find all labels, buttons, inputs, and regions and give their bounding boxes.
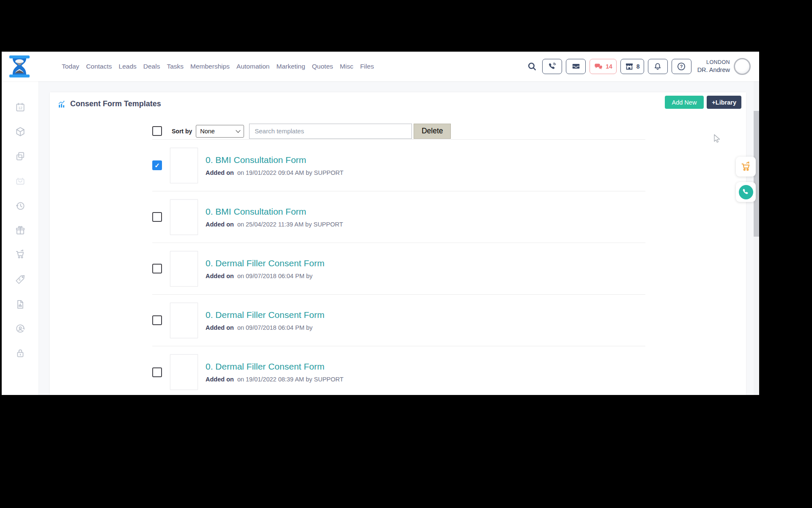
- nav-item-tasks[interactable]: Tasks: [167, 63, 184, 70]
- svg-text:12: 12: [18, 106, 22, 110]
- sort-by-label: Sort by: [172, 128, 192, 135]
- added-on-label: Added on: [206, 169, 234, 176]
- select-all-checkbox[interactable]: [152, 126, 162, 136]
- report-icon[interactable]: [15, 299, 26, 310]
- content-area: Consent Form Templates Add New +Library …: [39, 81, 759, 395]
- page-title-text: Consent Form Templates: [70, 99, 161, 108]
- search-icon[interactable]: [527, 61, 537, 72]
- shop-button[interactable]: 8: [620, 59, 644, 74]
- phone-icon: [548, 62, 557, 71]
- user-meta: LONDON DR. Andrew: [697, 59, 730, 74]
- order-count-badge: 8: [636, 63, 640, 70]
- history-icon[interactable]: [15, 200, 26, 211]
- chevron-down-icon: [236, 128, 241, 133]
- nav-item-deals[interactable]: Deals: [143, 63, 160, 70]
- app-window: TodayContactsLeadsDealsTasksMembershipsA…: [2, 52, 759, 395]
- added-meta-text: on 19/01/2022 08:39 AM by SUPPORT: [237, 376, 343, 383]
- row-checkbox[interactable]: ✓: [152, 160, 162, 170]
- templates-card: Consent Form Templates Add New +Library …: [50, 92, 746, 395]
- gift-icon[interactable]: [15, 225, 26, 236]
- template-title-link[interactable]: 0. BMI Consultation Form: [206, 155, 343, 165]
- package-icon[interactable]: [15, 126, 26, 137]
- scrollbar-track: [754, 81, 759, 395]
- inbox-icon: [571, 62, 581, 71]
- nav-item-marketing[interactable]: Marketing: [277, 63, 305, 70]
- basket-icon[interactable]: [15, 175, 26, 186]
- added-on-label: Added on: [206, 324, 234, 331]
- template-title-link[interactable]: 0. Dermal Filler Consent Form: [206, 258, 324, 268]
- top-header: TodayContactsLeadsDealsTasksMembershipsA…: [2, 52, 759, 81]
- row-checkbox[interactable]: [152, 367, 162, 377]
- main-nav: TodayContactsLeadsDealsTasksMembershipsA…: [62, 52, 374, 81]
- template-thumbnail[interactable]: [170, 148, 198, 183]
- added-on-label: Added on: [206, 221, 234, 228]
- question-icon: ?: [677, 62, 686, 71]
- cart-floating-button[interactable]: [736, 157, 756, 177]
- nav-item-leads[interactable]: Leads: [119, 63, 137, 70]
- sort-select-value: None: [200, 128, 215, 135]
- template-row: ✓0. BMI Consultation FormAdded on on 19/…: [152, 140, 645, 191]
- added-on-label: Added on: [206, 273, 234, 279]
- delete-button[interactable]: Delete: [414, 124, 451, 139]
- chat-bubbles-icon: [594, 62, 603, 71]
- template-title-link[interactable]: 0. Dermal Filler Consent Form: [206, 362, 343, 372]
- page-actions: Add New +Library: [665, 96, 741, 109]
- copy-icon[interactable]: [15, 151, 26, 162]
- calendar-icon[interactable]: 12: [15, 102, 26, 113]
- storefront-icon: [625, 62, 634, 71]
- call-floating-button[interactable]: [736, 182, 756, 202]
- template-added-meta: Added on on 09/07/2018 06:04 PM by: [206, 324, 324, 331]
- chart-icon: [58, 100, 66, 108]
- account-sync-icon[interactable]: [15, 323, 26, 334]
- template-title-link[interactable]: 0. BMI Consultation Form: [206, 207, 343, 217]
- added-meta-text: on 09/07/2018 06:04 PM by: [237, 324, 313, 331]
- messages-button[interactable]: 14: [590, 59, 617, 74]
- added-meta-text: on 19/01/2022 09:04 AM by SUPPORT: [237, 169, 343, 176]
- phone-circle-icon: [739, 185, 753, 199]
- nav-item-automation[interactable]: Automation: [236, 63, 269, 70]
- template-thumbnail[interactable]: [170, 354, 198, 390]
- nav-item-today[interactable]: Today: [62, 63, 79, 70]
- template-thumbnail[interactable]: [170, 303, 198, 338]
- plus-icon: +: [712, 99, 715, 106]
- cart-icon: [740, 161, 752, 172]
- notifications-button[interactable]: [648, 59, 668, 74]
- library-button[interactable]: +Library: [707, 96, 741, 109]
- template-list: Sort by None Delete ✓0. BMI Consultation…: [152, 123, 645, 395]
- message-count-badge: 14: [606, 63, 612, 70]
- user-location: LONDON: [697, 59, 730, 66]
- row-checkbox[interactable]: [152, 212, 162, 222]
- help-button[interactable]: ?: [672, 59, 691, 74]
- added-meta-text: on 25/04/2022 11:39 AM by SUPPORT: [237, 221, 343, 228]
- nav-item-files[interactable]: Files: [360, 63, 374, 70]
- sort-select[interactable]: None: [196, 125, 244, 138]
- add-new-button[interactable]: Add New: [665, 96, 704, 109]
- added-on-label: Added on: [206, 376, 234, 383]
- lock-icon[interactable]: [15, 348, 26, 359]
- price-tag-icon[interactable]: $: [15, 274, 26, 285]
- template-thumbnail[interactable]: [170, 251, 198, 287]
- page-title: Consent Form Templates: [58, 99, 161, 108]
- nav-item-misc[interactable]: Misc: [340, 63, 354, 70]
- template-row: 0. Dermal Filler Consent FormAdded on on…: [152, 243, 645, 295]
- phone-button[interactable]: [542, 59, 562, 74]
- nav-item-quotes[interactable]: Quotes: [312, 63, 333, 70]
- inbox-button[interactable]: [566, 59, 586, 74]
- avatar[interactable]: [734, 58, 751, 75]
- nav-item-memberships[interactable]: Memberships: [190, 63, 230, 70]
- row-checkbox[interactable]: [152, 315, 162, 325]
- library-button-label: Library: [716, 99, 736, 106]
- template-title-link[interactable]: 0. Dermal Filler Consent Form: [206, 310, 324, 320]
- nav-item-contacts[interactable]: Contacts: [86, 63, 112, 70]
- left-sidebar: 12$: [2, 81, 39, 395]
- template-added-meta: Added on on 19/01/2022 09:04 AM by SUPPO…: [206, 169, 343, 176]
- svg-text:$: $: [19, 278, 21, 282]
- row-checkbox[interactable]: [152, 264, 162, 273]
- app-logo-icon[interactable]: [8, 55, 30, 80]
- search-templates-input[interactable]: [249, 124, 412, 139]
- svg-text:?: ?: [680, 64, 683, 69]
- cart-icon[interactable]: [15, 249, 26, 260]
- template-thumbnail[interactable]: [170, 199, 198, 235]
- template-row: 0. BMI Consultation FormAdded on on 25/0…: [152, 191, 645, 243]
- user-name: DR. Andrew: [697, 66, 730, 74]
